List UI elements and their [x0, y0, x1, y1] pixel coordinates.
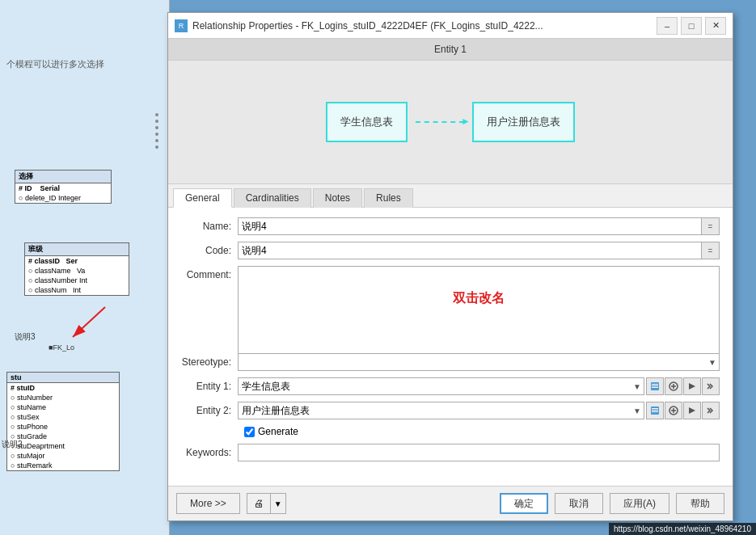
dialog-titlebar: R Relationship Properties - FK_Logins_st… [168, 13, 733, 39]
label-shuo2: 说明2 [2, 439, 23, 450]
name-input[interactable] [238, 217, 702, 235]
entity2-select[interactable]: 用户注册信息表 [238, 402, 644, 419]
entity-diagram-header: Entity 1 学生信息表 用户注册信息表 [168, 39, 733, 184]
canvas-text-1: 个模程可以进行多次选择 [6, 58, 104, 70]
connector [408, 121, 472, 123]
stu-row-9: ○ stuRemark [7, 461, 119, 470]
tab-cardinalities[interactable]: Cardinalities [234, 188, 311, 208]
svg-line-1 [73, 307, 105, 337]
print-button[interactable]: 🖨 ▼ [247, 493, 286, 514]
entity1-btn4[interactable] [702, 377, 720, 395]
fk-label: ■FK_Lo [49, 343, 74, 352]
svg-rect-11 [652, 410, 658, 411]
confirm-button[interactable]: 确定 [500, 493, 548, 514]
stu-row-5: ○ stuPhone [7, 422, 119, 432]
entity1-diagram: 学生信息表 用户注册信息表 [168, 61, 733, 183]
entity1-box: 学生信息表 [326, 102, 408, 142]
entity1-btn3[interactable] [683, 377, 701, 395]
tabs-bar: General Cardinalities Notes Rules [168, 184, 733, 208]
entity1-select[interactable]: 学生信息表 [238, 377, 644, 395]
entity2-row-label: Entity 2: [181, 405, 238, 416]
code-btn[interactable]: = [702, 242, 720, 259]
canvas-background: 个模程可以进行多次选择 选择 # ID Serial ○ delete_ID I… [0, 0, 170, 535]
print-arrow-icon[interactable]: ▼ [270, 494, 285, 513]
stu-row-1: # stuID [7, 383, 119, 393]
entity1-action-btns [646, 377, 720, 395]
canvas-class-entity: 班级 # classID Ser ○ className Va ○ classN… [24, 242, 129, 296]
entity2-action-btns [646, 402, 720, 419]
close-button[interactable]: ✕ [705, 17, 726, 35]
keywords-input[interactable] [238, 444, 720, 461]
comment-label: Comment: [181, 266, 238, 280]
class-header: 班级 [25, 243, 129, 256]
apply-button[interactable]: 应用(A) [610, 493, 669, 514]
entity1-row-label: Entity 1: [181, 381, 238, 392]
filter-row-1: # ID Serial [15, 183, 111, 193]
more-button[interactable]: More >> [176, 493, 240, 514]
stu-row-6: ○ stuGrade [7, 432, 119, 441]
svg-rect-4 [652, 385, 658, 386]
dialog-icon: R [175, 19, 188, 32]
entity1-select-wrapper: 学生信息表 ▼ [238, 377, 644, 395]
stu-row-2: ○ stuNumber [7, 393, 119, 402]
stereotype-select-wrapper: ▼ [238, 353, 720, 371]
stu-row-7: ○ stuDeaprtment [7, 441, 119, 451]
dialog-title: Relationship Properties - FK_Logins_stuI… [192, 20, 657, 32]
label-shuo3: 说明3 [15, 331, 36, 343]
minimize-button[interactable]: – [657, 17, 678, 35]
entity2-btn4[interactable] [702, 402, 720, 419]
side-dots [155, 0, 158, 535]
keywords-label: Keywords: [181, 447, 238, 458]
help-button[interactable]: 帮助 [676, 493, 724, 514]
print-icon: 🖨 [254, 498, 264, 509]
generate-checkbox[interactable] [244, 427, 255, 437]
comment-row: Comment: 双击改名 [181, 266, 720, 347]
arrow-svg [65, 303, 113, 343]
entity1-btn1[interactable] [646, 377, 664, 395]
code-input[interactable] [238, 242, 702, 259]
entity2-box: 用户注册信息表 [472, 102, 575, 142]
stu-header: stu [7, 373, 119, 383]
watermark: https://blog.csdn.net/weixin_48964210 [609, 523, 756, 535]
comment-container: 双击改名 [238, 266, 720, 347]
class-row-2: ○ className Va [25, 266, 129, 276]
maximize-button[interactable]: □ [681, 17, 702, 35]
comment-textarea[interactable] [238, 266, 720, 355]
class-row-1: # classID Ser [25, 256, 129, 266]
dialog-controls: – □ ✕ [657, 17, 726, 35]
name-btn[interactable]: = [702, 217, 720, 235]
entity2-btn3[interactable] [683, 402, 701, 419]
entity2-select-wrapper: 用户注册信息表 ▼ [238, 402, 644, 419]
tab-general[interactable]: General [173, 188, 232, 208]
code-label: Code: [181, 245, 238, 256]
form-content: Name: = Code: = Comment: 双击改名 Stereotype… [168, 208, 733, 486]
stu-row-3: ○ stuName [7, 402, 119, 412]
dashed-line [416, 121, 464, 123]
name-label: Name: [181, 221, 238, 232]
filter-header: 选择 [15, 171, 111, 183]
stereotype-select[interactable] [238, 353, 720, 371]
generate-label[interactable]: Generate [258, 426, 298, 437]
entity2-btn1[interactable] [646, 402, 664, 419]
generate-row: Generate [181, 426, 720, 437]
name-row: Name: = [181, 217, 720, 235]
class-row-3: ○ classNumber Int [25, 276, 129, 285]
class-row-4: ○ classNum Int [25, 285, 129, 295]
entity1-col: Entity 1 学生信息表 用户注册信息表 [168, 39, 733, 183]
keywords-row: Keywords: [181, 444, 720, 461]
cancel-button[interactable]: 取消 [555, 493, 603, 514]
entity1-btn2[interactable] [665, 377, 682, 395]
entity1-title: Entity 1 [168, 39, 733, 61]
svg-rect-12 [652, 411, 658, 412]
entity2-btn2[interactable] [665, 402, 682, 419]
canvas-stu-entity: stu # stuID ○ stuNumber ○ stuName ○ stuS… [6, 372, 120, 471]
filter-row-2: ○ delete_ID Integer [15, 193, 111, 203]
dialog-footer: More >> 🖨 ▼ 确定 取消 应用(A) 帮助 [168, 486, 733, 520]
stereotype-row: Stereotype: ▼ [181, 353, 720, 371]
stu-row-4: ○ stuSex [7, 412, 119, 422]
stu-row-8: ○ stuMajor [7, 451, 119, 461]
tab-notes[interactable]: Notes [313, 188, 362, 208]
print-main: 🖨 [247, 495, 270, 512]
tab-rules[interactable]: Rules [364, 188, 413, 208]
entity1-name: 学生信息表 [340, 115, 393, 129]
